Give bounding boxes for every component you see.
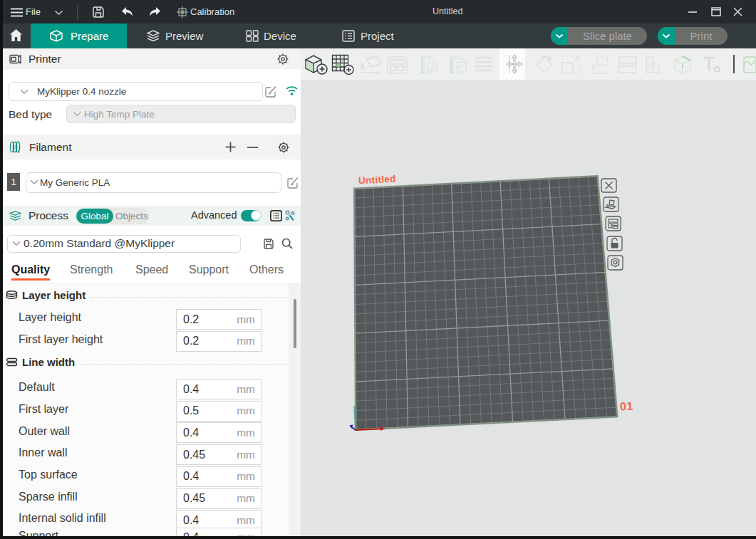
- svg-text:AUTO: AUTO: [365, 56, 375, 60]
